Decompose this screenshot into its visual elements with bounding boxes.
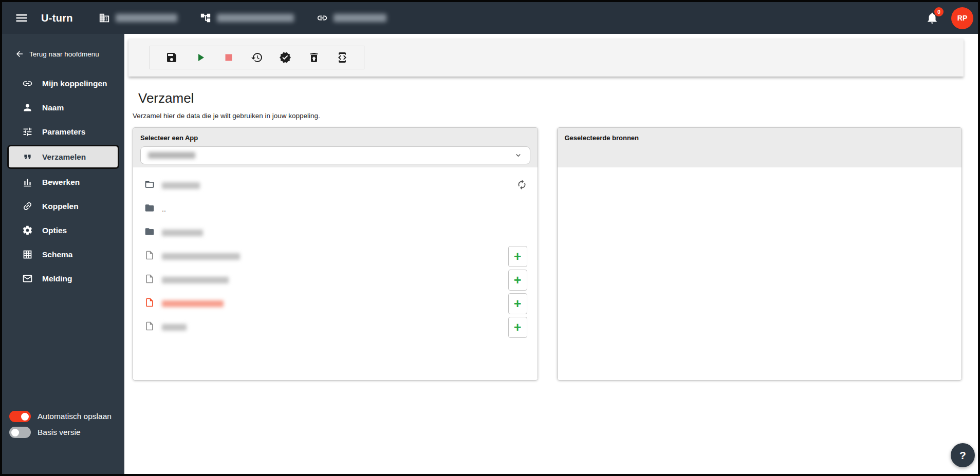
sidebar-item-melding[interactable]: Melding (2, 266, 124, 291)
redacted-file-name (162, 253, 240, 260)
panels: Selecteer een App (133, 127, 962, 380)
history-button[interactable] (250, 51, 264, 64)
folder-up-label: .. (162, 205, 166, 213)
sidebar-item-label: Verzamelen (42, 153, 86, 162)
selected-sources-panel: Geselecteerde bronnen (557, 127, 963, 380)
back-label: Terug naar hoofdmenu (29, 50, 99, 58)
sidebar-item-verzamelen[interactable]: Verzamelen (7, 145, 119, 169)
sidebar-item-parameters[interactable]: Parameters (2, 120, 124, 144)
add-source-button[interactable]: + (508, 317, 527, 338)
link-icon (22, 78, 33, 89)
company-icon (99, 12, 110, 24)
chain-icon (22, 201, 33, 212)
basic-version-toggle-row: Basis versie (9, 427, 124, 438)
back-to-main-menu[interactable]: Terug naar hoofdmenu (2, 34, 124, 59)
autosave-toggle[interactable] (9, 411, 31, 422)
toolbar-band (128, 39, 964, 77)
gear-icon (22, 225, 33, 236)
redacted-environment-name (217, 14, 294, 22)
person-icon (22, 102, 33, 113)
folder-icon (144, 203, 155, 215)
notification-badge: 0 (934, 7, 944, 16)
basic-version-label: Basis versie (38, 428, 81, 437)
folder-open-icon (144, 179, 155, 192)
sidebar-item-label: Bewerken (42, 178, 80, 187)
add-source-button[interactable]: + (508, 270, 527, 291)
verified-icon (279, 51, 291, 64)
source-panel: Selecteer een App (133, 127, 538, 380)
file-icon (144, 250, 155, 262)
select-app-label: Selecteer een App (140, 134, 530, 142)
stop-button[interactable] (222, 51, 235, 64)
source-panel-header: Selecteer een App (133, 128, 538, 167)
delete-button[interactable] (307, 51, 321, 64)
page-subtitle: Verzamel hier de data die je wilt gebrui… (133, 112, 978, 120)
sidebar-item-opties[interactable]: Opties (2, 218, 124, 242)
validate-button[interactable] (279, 51, 292, 64)
redacted-file-name (162, 300, 224, 307)
play-icon (194, 51, 207, 64)
folder-icon (144, 226, 155, 239)
run-button[interactable] (194, 51, 207, 64)
app-title: U-turn (41, 12, 73, 24)
sidebar-item-naam[interactable]: Naam (2, 96, 124, 120)
sidebar-item-bewerken[interactable]: Bewerken (2, 170, 124, 194)
sidebar-item-label: Mijn koppelingen (42, 79, 107, 88)
toolbar (150, 46, 364, 69)
sidebar-item-label: Naam (42, 103, 64, 112)
trash-restore-icon (308, 51, 320, 64)
topbar-nav (99, 12, 386, 24)
redacted-company-name (116, 14, 177, 22)
avatar[interactable]: RP (951, 7, 973, 29)
sidebar-item-label: Koppelen (42, 202, 79, 211)
hamburger-menu-button[interactable] (14, 12, 30, 24)
redacted-connection-name (334, 14, 386, 22)
selected-sources-title: Geselecteerde bronnen (565, 134, 955, 142)
stop-icon (223, 51, 235, 64)
file-row: + (144, 268, 527, 292)
table-grid-icon (22, 249, 33, 260)
sidebar-item-koppelen[interactable]: Koppelen (2, 194, 124, 218)
topbar-environment-item[interactable] (200, 12, 294, 24)
topbar-company-item[interactable] (99, 12, 177, 24)
page-title: Verzamel (138, 90, 978, 106)
envelope-icon (22, 273, 33, 284)
sidebar-toggles: Automatisch opslaan Basis versie (2, 411, 124, 438)
toggle-knob (21, 413, 29, 421)
environment-tree-icon (200, 12, 211, 24)
topbar: U-turn 0 RP (2, 2, 978, 34)
topbar-connection-item[interactable] (317, 12, 386, 24)
sidebar-item-mijn-koppelingen[interactable]: Mijn koppelingen (2, 71, 124, 96)
quote-icon (22, 151, 33, 162)
refresh-icon (516, 179, 527, 190)
code-button[interactable] (336, 51, 349, 64)
redacted-selected-app (148, 152, 195, 159)
sidebar-menu: Mijn koppelingen Naam Parameters Verzame… (2, 71, 124, 291)
autosave-label: Automatisch opslaan (38, 412, 112, 421)
add-source-button[interactable]: + (508, 293, 527, 314)
folder-up-row[interactable]: .. (144, 197, 527, 221)
save-button[interactable] (165, 51, 178, 64)
refresh-button[interactable] (516, 179, 527, 192)
folder-row[interactable] (144, 221, 527, 244)
file-row-highlighted: + (144, 292, 527, 315)
notifications-button[interactable]: 0 (926, 11, 939, 25)
add-source-button[interactable]: + (508, 246, 527, 267)
sliders-icon (22, 126, 33, 137)
connection-link-icon (317, 12, 328, 24)
redacted-file-name (162, 324, 187, 331)
bar-chart-icon (22, 177, 33, 187)
sidebar-item-label: Opties (42, 226, 67, 235)
current-dir-row (144, 174, 527, 197)
app-select[interactable] (140, 146, 530, 164)
sidebar-item-schema[interactable]: Schema (2, 242, 124, 266)
basic-version-toggle[interactable] (9, 427, 31, 438)
autosave-toggle-row: Automatisch opslaan (9, 411, 124, 422)
help-button[interactable]: ? (951, 443, 975, 467)
file-icon (144, 321, 155, 333)
hamburger-icon (14, 11, 29, 25)
redacted-folder-name (162, 230, 203, 236)
file-icon (144, 297, 155, 310)
redacted-dir-name (162, 182, 200, 189)
body: Terug naar hoofdmenu Mijn koppelingen Na… (2, 34, 978, 474)
